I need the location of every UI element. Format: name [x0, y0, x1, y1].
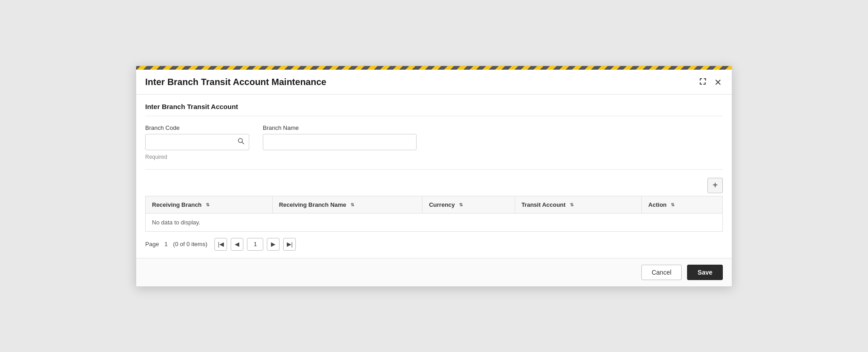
pagination-current-page-label: 1 — [164, 241, 167, 247]
col-label-receiving-branch-name: Receiving Branch Name — [279, 201, 346, 208]
table-body: No data to display. — [146, 213, 723, 231]
sort-icon-receiving-branch: ⇅ — [206, 203, 209, 207]
close-icon: ✕ — [714, 77, 722, 88]
modal-body: Inter Branch Transit Account Branch Code… — [136, 95, 732, 258]
branch-code-input[interactable] — [145, 134, 249, 150]
sort-icon-currency: ⇅ — [459, 203, 463, 207]
pagination-items-info: (0 of 0 items) — [173, 241, 208, 247]
sort-icon-action: ⇅ — [671, 203, 674, 207]
modal-container: Inter Branch Transit Account Maintenance… — [136, 66, 732, 287]
page-number-input[interactable] — [247, 238, 263, 251]
col-header-action[interactable]: Action ⇅ — [642, 196, 723, 213]
prev-page-button[interactable]: ◀ — [231, 238, 243, 251]
no-data-cell: No data to display. — [146, 213, 723, 231]
table-toolbar: + — [145, 178, 723, 193]
form-section: Branch Code Required Branch Name — [145, 124, 723, 170]
col-label-action: Action — [648, 201, 666, 208]
add-icon: + — [712, 180, 718, 190]
expand-button[interactable] — [698, 76, 708, 88]
col-label-currency: Currency — [429, 201, 455, 208]
branch-name-input-wrapper — [263, 134, 417, 150]
modal-stripe — [136, 66, 732, 70]
table-header-row: Receiving Branch ⇅ Receiving Branch Name… — [146, 196, 723, 213]
last-page-icon: ▶| — [287, 241, 293, 247]
expand-icon — [699, 77, 707, 87]
branch-name-input[interactable] — [263, 134, 417, 150]
modal-footer: Cancel Save — [136, 258, 732, 286]
data-table: Receiving Branch ⇅ Receiving Branch Name… — [145, 196, 723, 232]
table-section: + Receiving Branch ⇅ Receiving Branch Na… — [145, 178, 723, 253]
sort-icon-receiving-branch-name: ⇅ — [351, 203, 354, 207]
branch-name-group: Branch Name — [263, 124, 417, 160]
prev-page-icon: ◀ — [235, 241, 239, 247]
section-title: Inter Branch Transit Account — [145, 95, 723, 116]
col-label-receiving-branch: Receiving Branch — [152, 201, 202, 208]
pagination-page-label: Page — [145, 241, 159, 247]
col-label-transit-account: Transit Account — [522, 201, 566, 208]
close-button[interactable]: ✕ — [713, 76, 723, 89]
next-page-icon: ▶ — [271, 241, 275, 247]
branch-code-label: Branch Code — [145, 124, 249, 131]
no-data-row: No data to display. — [146, 213, 723, 231]
add-row-button[interactable]: + — [707, 178, 723, 193]
col-header-receiving-branch-name[interactable]: Receiving Branch Name ⇅ — [272, 196, 422, 213]
sort-icon-transit-account: ⇅ — [570, 203, 574, 207]
first-page-icon: |◀ — [218, 241, 224, 247]
first-page-button[interactable]: |◀ — [214, 238, 227, 251]
branch-name-label: Branch Name — [263, 124, 417, 131]
col-header-receiving-branch[interactable]: Receiving Branch ⇅ — [146, 196, 273, 213]
branch-code-group: Branch Code Required — [145, 124, 249, 160]
branch-code-hint: Required — [145, 154, 249, 160]
save-button[interactable]: Save — [687, 265, 723, 280]
modal-title: Inter Branch Transit Account Maintenance — [145, 77, 326, 87]
modal-header-actions: ✕ — [698, 76, 723, 89]
table-header: Receiving Branch ⇅ Receiving Branch Name… — [146, 196, 723, 213]
next-page-button[interactable]: ▶ — [267, 238, 280, 251]
col-header-currency[interactable]: Currency ⇅ — [422, 196, 515, 213]
cancel-button[interactable]: Cancel — [641, 265, 682, 280]
modal-header: Inter Branch Transit Account Maintenance… — [136, 70, 732, 95]
last-page-button[interactable]: ▶| — [283, 238, 296, 251]
branch-code-input-wrapper — [145, 134, 249, 150]
col-header-transit-account[interactable]: Transit Account ⇅ — [515, 196, 642, 213]
pagination-row: Page 1 (0 of 0 items) |◀ ◀ ▶ ▶| — [145, 232, 723, 253]
